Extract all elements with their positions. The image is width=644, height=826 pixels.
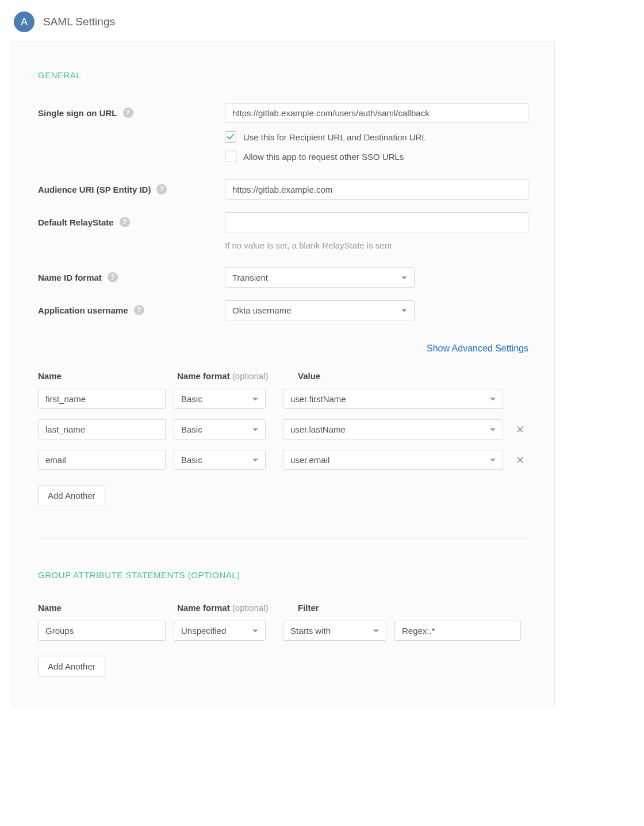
group-filter-value-input[interactable] — [394, 621, 521, 641]
attribute-row: Basic user.lastName ✕ — [38, 419, 528, 439]
attribute-row: Basic user.firstName — [38, 389, 528, 409]
attr-format-select[interactable]: Basic — [174, 419, 266, 439]
help-icon[interactable]: ? — [123, 108, 133, 118]
help-icon[interactable]: ? — [134, 305, 144, 315]
row-name-id-format: Name ID format ? Transient — [38, 267, 528, 288]
remove-attribute-icon[interactable]: ✕ — [516, 423, 524, 436]
attr-value-select[interactable]: user.lastName — [283, 419, 503, 439]
check-icon — [227, 133, 235, 141]
add-attribute-button[interactable]: Add Another — [38, 485, 105, 506]
label-app-username: Application username — [38, 305, 128, 315]
section-heading-group-attrs: GROUP ATTRIBUTE STATEMENTS (OPTIONAL) — [38, 570, 528, 580]
row-sso-url: Single sign on URL ? Use this for Recipi… — [38, 103, 528, 162]
attr-header-name: Name — [38, 371, 166, 381]
grp-header-format: Name format (optional) — [177, 603, 269, 613]
row-audience-uri: Audience URI (SP Entity ID) ? — [38, 179, 528, 200]
grp-header-filter: Filter — [298, 603, 528, 613]
attr-name-input[interactable] — [38, 450, 166, 470]
sso-url-input[interactable] — [225, 103, 528, 123]
group-attribute-table: Name Name format (optional) Filter Unspe… — [38, 603, 528, 677]
attr-value-select[interactable]: user.firstName — [283, 389, 503, 409]
audience-uri-input[interactable] — [225, 179, 528, 200]
relay-state-input[interactable] — [225, 212, 528, 232]
group-format-select[interactable]: Unspecified — [174, 621, 266, 641]
attr-format-select[interactable]: Basic — [174, 450, 266, 470]
attribute-statements-table: Name Name format (optional) Value Basic … — [38, 371, 528, 506]
label-sso-url: Single sign on URL — [38, 108, 117, 118]
group-name-input[interactable] — [38, 621, 166, 641]
attr-name-input[interactable] — [38, 419, 166, 439]
section-heading-general: GENERAL — [38, 70, 528, 80]
add-group-attribute-button[interactable]: Add Another — [38, 656, 105, 677]
recipient-url-checkbox-label: Use this for Recipient URL and Destinati… — [243, 132, 427, 142]
other-sso-checkbox[interactable] — [225, 151, 236, 162]
attr-format-select[interactable]: Basic — [174, 389, 266, 409]
group-attribute-row: Unspecified Starts with — [38, 621, 528, 641]
help-icon[interactable]: ? — [120, 217, 130, 227]
label-relay-state: Default RelayState — [38, 217, 114, 227]
help-icon[interactable]: ? — [156, 184, 167, 194]
attribute-row: Basic user.email ✕ — [38, 450, 528, 470]
show-advanced-settings-link[interactable]: Show Advanced Settings — [427, 343, 528, 353]
avatar: A — [14, 12, 34, 32]
grp-header-name: Name — [38, 603, 166, 613]
relay-state-hint: If no value is set, a blank RelayState i… — [225, 240, 528, 250]
page-header: A SAML Settings — [12, 12, 632, 32]
attr-value-select[interactable]: user.email — [283, 450, 503, 470]
remove-attribute-icon[interactable]: ✕ — [516, 454, 524, 466]
recipient-url-checkbox[interactable] — [225, 131, 236, 143]
app-username-select[interactable]: Okta username — [225, 300, 415, 320]
row-app-username: Application username ? Okta username — [38, 300, 528, 320]
name-id-format-select[interactable]: Transient — [225, 267, 415, 288]
attr-header-value: Value — [298, 371, 528, 381]
group-filter-type-select[interactable]: Starts with — [283, 621, 386, 641]
settings-panel: GENERAL Single sign on URL ? Use this fo… — [12, 41, 555, 706]
label-audience-uri: Audience URI (SP Entity ID) — [38, 185, 151, 194]
row-relay-state: Default RelayState ? If no value is set,… — [38, 212, 528, 250]
page-title: SAML Settings — [43, 16, 115, 28]
attr-header-format: Name format (optional) — [177, 371, 269, 381]
help-icon[interactable]: ? — [108, 272, 118, 282]
other-sso-checkbox-label: Allow this app to request other SSO URLs — [243, 152, 404, 162]
label-name-id-format: Name ID format — [38, 273, 102, 282]
attr-name-input[interactable] — [38, 389, 166, 409]
divider — [38, 538, 528, 538]
